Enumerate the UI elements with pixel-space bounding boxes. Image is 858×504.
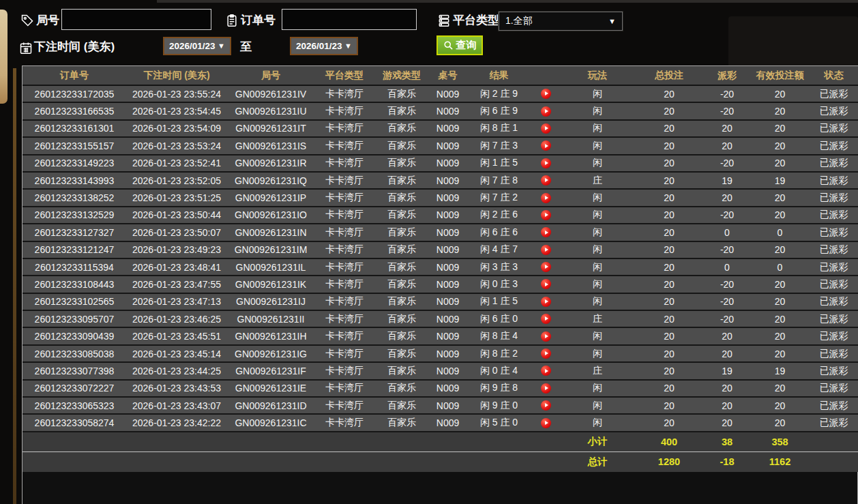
table-row: 260123233127327 2026-01-23 23:50:07 GN00… bbox=[23, 224, 858, 241]
round-id-cell: GN009261231IE bbox=[227, 380, 314, 397]
date-from-select[interactable]: 2026/01/23 ▼ bbox=[163, 37, 231, 55]
replay-cell bbox=[531, 293, 560, 310]
tag-icon bbox=[20, 14, 34, 27]
game-type-cell: 百家乐 bbox=[374, 293, 429, 310]
replay-cell bbox=[531, 85, 560, 102]
replay-cell bbox=[531, 327, 560, 344]
game-type-cell: 百家乐 bbox=[374, 345, 429, 362]
bet-time-cell: 2026-01-23 23:45:14 bbox=[126, 345, 227, 362]
play-icon[interactable] bbox=[541, 314, 551, 324]
play-icon[interactable] bbox=[541, 366, 551, 376]
table-no-cell: N009 bbox=[429, 310, 467, 327]
valid-bet-cell: 20 bbox=[751, 397, 809, 414]
result-cell: 闲 0 庄 4 bbox=[467, 362, 531, 379]
play-icon[interactable] bbox=[541, 140, 551, 151]
table-no-cell: N009 bbox=[429, 327, 467, 344]
play-icon[interactable] bbox=[541, 227, 551, 237]
payout-cell: 20 bbox=[703, 137, 751, 154]
play-icon[interactable] bbox=[541, 210, 551, 220]
round-number-label: 局号 bbox=[36, 12, 59, 28]
query-button[interactable]: 查询 bbox=[437, 35, 483, 55]
play-icon[interactable] bbox=[541, 158, 551, 168]
subtotal-payout: 38 bbox=[703, 432, 751, 452]
bet-time-cell: 2026-01-23 23:43:07 bbox=[126, 397, 227, 414]
status-badge: 已派彩 bbox=[809, 102, 858, 119]
table-no-cell: N009 bbox=[429, 380, 467, 397]
round-number-input[interactable] bbox=[61, 9, 211, 30]
payout-cell: -20 bbox=[703, 85, 751, 102]
bet-time-cell: 2026-01-23 23:47:13 bbox=[126, 293, 227, 310]
table-row: 260123233138252 2026-01-23 23:51:25 GN00… bbox=[23, 189, 858, 206]
col-table-no: 桌号 bbox=[429, 66, 467, 85]
result-cell: 闲 5 庄 0 bbox=[467, 414, 531, 431]
result-cell: 闲 1 庄 5 bbox=[467, 155, 531, 172]
col-round-id: 局号 bbox=[227, 66, 314, 85]
replay-cell bbox=[531, 397, 560, 414]
play-icon[interactable] bbox=[541, 349, 551, 359]
order-number-input[interactable] bbox=[282, 9, 417, 30]
background-strip bbox=[157, 0, 858, 3]
total-bet-cell: 20 bbox=[635, 380, 703, 397]
play-type-cell: 闲 bbox=[560, 345, 635, 362]
status-badge: 已派彩 bbox=[809, 380, 858, 397]
play-icon[interactable] bbox=[541, 193, 551, 203]
table-row: 260123233065323 2026-01-23 23:43:07 GN00… bbox=[23, 397, 858, 414]
play-icon[interactable] bbox=[541, 106, 551, 117]
play-type-cell: 闲 bbox=[560, 137, 635, 154]
round-id-cell: GN009261231IJ bbox=[227, 293, 314, 310]
background-window-border bbox=[13, 68, 16, 504]
valid-bet-cell: 19 bbox=[751, 172, 809, 189]
play-icon[interactable] bbox=[541, 245, 551, 255]
game-type-cell: 百家乐 bbox=[374, 414, 429, 431]
play-icon[interactable] bbox=[541, 89, 551, 99]
table-no-cell: N009 bbox=[429, 345, 467, 362]
play-icon[interactable] bbox=[541, 331, 551, 342]
play-icon[interactable] bbox=[541, 418, 551, 428]
platform-cell: 卡卡湾厅 bbox=[314, 241, 374, 258]
play-icon[interactable] bbox=[541, 262, 551, 272]
replay-cell bbox=[531, 276, 560, 293]
table-no-cell: N009 bbox=[429, 137, 467, 154]
result-cell: 闲 6 庄 9 bbox=[467, 102, 531, 119]
payout-cell: -20 bbox=[703, 155, 751, 172]
valid-bet-cell: 20 bbox=[751, 189, 809, 206]
order-id-cell: 260123233102565 bbox=[23, 293, 126, 310]
result-cell: 闲 7 庄 8 bbox=[467, 172, 531, 189]
table-no-cell: N009 bbox=[429, 120, 467, 137]
total-bet-cell: 20 bbox=[635, 241, 703, 258]
total-bet-cell: 20 bbox=[635, 362, 703, 379]
order-id-cell: 260123233065323 bbox=[23, 397, 126, 414]
clipboard-icon bbox=[225, 14, 239, 27]
table-row: 260123233077398 2026-01-23 23:44:25 GN00… bbox=[23, 362, 858, 379]
order-id-cell: 260123233072227 bbox=[23, 380, 126, 397]
bet-time-cell: 2026-01-23 23:43:53 bbox=[126, 380, 227, 397]
result-cell: 闲 8 庄 4 bbox=[467, 327, 531, 344]
play-icon[interactable] bbox=[541, 279, 551, 289]
result-cell: 闲 7 庄 2 bbox=[467, 189, 531, 206]
payout-cell: 20 bbox=[703, 189, 751, 206]
replay-cell bbox=[531, 155, 560, 172]
play-icon[interactable] bbox=[541, 297, 551, 307]
valid-bet-cell: 20 bbox=[751, 85, 809, 102]
table-row: 260123233108443 2026-01-23 23:47:55 GN00… bbox=[23, 276, 858, 293]
platform-cell: 卡卡湾厅 bbox=[314, 293, 374, 310]
play-icon[interactable] bbox=[541, 123, 551, 134]
platform-cell: 卡卡湾厅 bbox=[314, 362, 374, 379]
platform-type-label: 平台类型 bbox=[453, 12, 499, 28]
play-icon[interactable] bbox=[541, 383, 551, 394]
platform-cell: 卡卡湾厅 bbox=[314, 414, 374, 431]
col-valid-bet: 有效投注额 bbox=[751, 66, 809, 85]
platform-cell: 卡卡湾厅 bbox=[314, 276, 374, 293]
play-icon[interactable] bbox=[541, 175, 551, 186]
valid-bet-cell: 20 bbox=[751, 276, 809, 293]
platform-type-select[interactable]: 1.全部 ▼ bbox=[499, 12, 623, 31]
platform-cell: 卡卡湾厅 bbox=[314, 172, 374, 189]
game-type-cell: 百家乐 bbox=[374, 327, 429, 344]
payout-cell: 20 bbox=[703, 120, 751, 137]
play-type-cell: 闲 bbox=[560, 207, 635, 224]
play-type-cell: 庄 bbox=[560, 172, 635, 189]
payout-cell: -20 bbox=[703, 102, 751, 119]
play-icon[interactable] bbox=[541, 400, 551, 411]
replay-cell bbox=[531, 207, 560, 224]
date-to-select[interactable]: 2026/01/23 ▼ bbox=[290, 37, 358, 55]
